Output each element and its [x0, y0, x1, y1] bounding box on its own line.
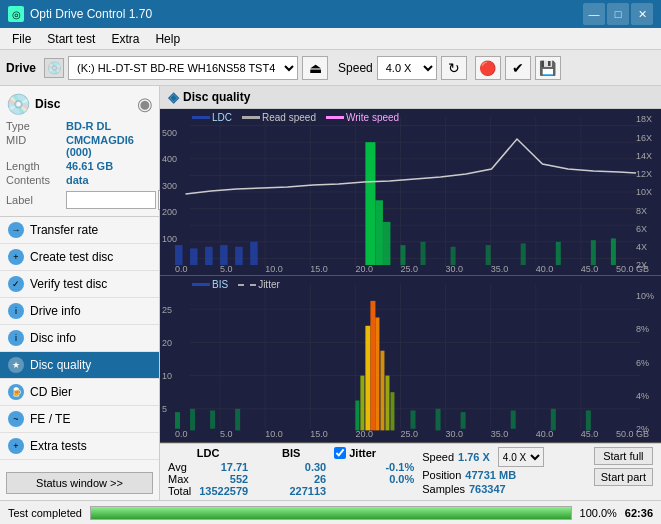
bottom-chart: 25 20 10 5 10% 8% 6% 4% 2% 0.0 5.0 10.0 … [160, 276, 661, 443]
nav-extra-tests-label: Extra tests [30, 439, 87, 453]
start-buttons: Start full Start part [594, 447, 653, 486]
avg-bis-value: 0.30 [305, 461, 326, 473]
nav-disc-quality[interactable]: ★ Disc quality [0, 352, 159, 379]
svg-rect-30 [451, 247, 456, 265]
nav-transfer-rate-label: Transfer rate [30, 223, 98, 237]
bis-legend: BIS [192, 279, 228, 290]
status-button-container: Status window >> [6, 472, 153, 494]
nav-disc-info-label: Disc info [30, 331, 76, 345]
minimize-button[interactable]: — [583, 3, 605, 25]
top-chart-svg: 500 400 300 200 100 18X 16X 14X 12X 10X … [160, 109, 661, 275]
svg-text:10.0: 10.0 [265, 429, 283, 439]
svg-rect-23 [235, 247, 243, 265]
ldc-legend-color [192, 116, 210, 119]
nav-fe-te[interactable]: ~ FE / TE [0, 406, 159, 433]
verify-test-disc-icon: ✓ [8, 276, 24, 292]
app-title: Opti Drive Control 1.70 [30, 7, 152, 21]
nav-extra-tests[interactable]: + Extra tests [0, 433, 159, 460]
svg-rect-91 [551, 409, 556, 431]
svg-rect-86 [235, 409, 240, 431]
status-time: 62:36 [625, 507, 653, 519]
start-part-button[interactable]: Start part [594, 468, 653, 486]
speed-value: 1.76 X [458, 451, 490, 463]
maximize-button[interactable]: □ [607, 3, 629, 25]
svg-rect-84 [190, 409, 195, 431]
close-button[interactable]: ✕ [631, 3, 653, 25]
verify-button[interactable]: ✔ [505, 56, 531, 80]
bottom-chart-svg: 25 20 10 5 10% 8% 6% 4% 2% 0.0 5.0 10.0 … [160, 276, 661, 442]
nav-create-test-disc[interactable]: + Create test disc [0, 244, 159, 271]
svg-rect-92 [586, 410, 591, 430]
start-full-button[interactable]: Start full [594, 447, 653, 465]
svg-text:10.0: 10.0 [265, 264, 283, 274]
svg-text:16X: 16X [636, 133, 652, 143]
sidebar: 💿 Disc ◉ Type BD-R DL MID CMCMAGDI6 (000… [0, 86, 160, 500]
menu-extra[interactable]: Extra [103, 30, 147, 48]
avg-jitter-value: -0.1% [385, 461, 414, 473]
nav-disc-info[interactable]: i Disc info [0, 325, 159, 352]
svg-text:6%: 6% [636, 358, 649, 368]
title-bar: ◎ Opti Drive Control 1.70 — □ ✕ [0, 0, 661, 28]
svg-rect-21 [205, 247, 213, 265]
length-value: 46.61 GB [66, 160, 113, 172]
progress-bar-container [90, 506, 572, 520]
svg-text:40.0: 40.0 [536, 264, 554, 274]
svg-text:30.0: 30.0 [446, 429, 464, 439]
disc-info-icon: i [8, 330, 24, 346]
speed-info-section: Speed 1.76 X 4.0 X Position 47731 MB Sam… [422, 447, 586, 495]
max-bis-value: 26 [314, 473, 326, 485]
main-content: 💿 Disc ◉ Type BD-R DL MID CMCMAGDI6 (000… [0, 86, 661, 500]
svg-rect-34 [591, 240, 596, 265]
svg-text:0.0: 0.0 [175, 264, 188, 274]
menu-start-test[interactable]: Start test [39, 30, 103, 48]
svg-rect-20 [190, 248, 198, 265]
svg-rect-35 [611, 238, 616, 265]
nav-disc-quality-label: Disc quality [30, 358, 91, 372]
create-test-disc-icon: + [8, 249, 24, 265]
total-ldc-value: 13522579 [199, 485, 248, 497]
nav-cd-bier[interactable]: 🍺 CD Bier [0, 379, 159, 406]
save-button[interactable]: 💾 [535, 56, 561, 80]
drive-label: Drive [6, 61, 36, 75]
burn-button[interactable]: 🔴 [475, 56, 501, 80]
total-label: Total [168, 485, 191, 497]
chart-area: ◈ Disc quality [160, 86, 661, 500]
svg-text:35.0: 35.0 [491, 264, 509, 274]
total-ldc-row: Total 13522579 [168, 485, 248, 497]
svg-text:500: 500 [162, 128, 177, 138]
label-input[interactable] [66, 191, 156, 209]
length-key: Length [6, 160, 66, 172]
nav-drive-info-label: Drive info [30, 304, 81, 318]
test-speed-select[interactable]: 4.0 X [498, 447, 544, 467]
svg-rect-25 [365, 142, 375, 265]
disc-image-icon: ◉ [137, 93, 153, 115]
svg-rect-83 [175, 412, 180, 429]
avg-ldc-row: Avg 17.71 [168, 461, 248, 473]
svg-rect-85 [210, 410, 215, 428]
jitter-checkbox[interactable] [334, 447, 346, 459]
samples-value: 763347 [469, 483, 506, 495]
svg-rect-24 [250, 242, 258, 265]
jitter-header: Jitter [349, 447, 376, 459]
samples-row: Samples 763347 [422, 483, 586, 495]
menu-help[interactable]: Help [147, 30, 188, 48]
bis-legend-color [192, 283, 210, 286]
ldc-stats: LDC Avg 17.71 Max 552 Total 13522579 [168, 447, 248, 497]
menu-file[interactable]: File [4, 30, 39, 48]
refresh-button[interactable]: ↻ [441, 56, 467, 80]
eject-button[interactable]: ⏏ [302, 56, 328, 80]
nav-drive-info[interactable]: i Drive info [0, 298, 159, 325]
nav-transfer-rate[interactable]: → Transfer rate [0, 217, 159, 244]
svg-text:20: 20 [162, 338, 172, 348]
status-window-button[interactable]: Status window >> [6, 472, 153, 494]
speed-select[interactable]: 4.0 X [377, 56, 437, 80]
speed-row: Speed 1.76 X 4.0 X [422, 447, 586, 467]
read-speed-legend: Read speed [242, 112, 316, 123]
drive-select[interactable]: (K:) HL-DT-ST BD-RE WH16NS58 TST4 [68, 56, 298, 80]
jitter-stats: Jitter -0.1% 0.0% [334, 447, 414, 485]
jitter-legend-color [238, 284, 256, 286]
nav-verify-test-disc[interactable]: ✓ Verify test disc [0, 271, 159, 298]
transfer-rate-icon: → [8, 222, 24, 238]
contents-value: data [66, 174, 89, 186]
svg-rect-33 [556, 242, 561, 265]
